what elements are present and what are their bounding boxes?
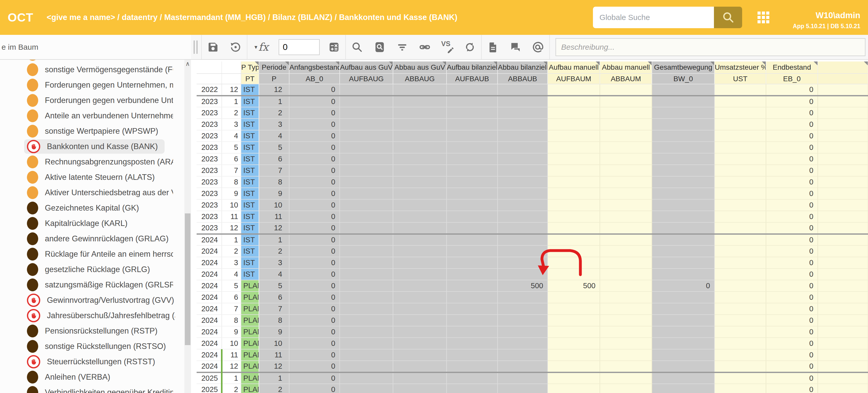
grid-cell-abbaug[interactable]	[393, 96, 446, 107]
grid-cell-ust[interactable]	[714, 84, 766, 96]
grid-cell-bw_0[interactable]	[652, 338, 714, 349]
grid-cell-ust[interactable]	[714, 199, 766, 211]
grid-cell-eb_0[interactable]: 0	[766, 338, 818, 349]
grid-cell-aufbaum[interactable]	[548, 338, 600, 349]
ptype-cell[interactable]: PLAN	[241, 372, 259, 384]
grid-cell-abbaug[interactable]	[393, 234, 446, 245]
grid-cell-ust[interactable]	[714, 234, 766, 245]
grid-cell-eb_0[interactable]: 0	[766, 222, 818, 234]
grid-cell-abbaum[interactable]	[600, 107, 652, 119]
ptype-cell[interactable]: PLAN	[241, 326, 259, 338]
attachment-button[interactable]	[527, 35, 549, 59]
ptype-cell[interactable]: IST	[241, 96, 259, 107]
grid-cell-abbaug[interactable]	[393, 384, 446, 393]
grid-cell-aufbaub[interactable]	[446, 142, 498, 153]
row-header-year[interactable]: 2024	[197, 349, 222, 361]
grid-cell-aufbaum[interactable]	[548, 153, 600, 165]
column-code-header[interactable]: AUFBAUG	[340, 73, 393, 84]
grid-cell-aufbaum[interactable]	[548, 326, 600, 338]
grid-cell-aufbaum[interactable]: 500	[548, 280, 600, 292]
sidebar-scrollbar[interactable]: ∧	[184, 60, 191, 393]
column-code-header[interactable]: EB_0	[766, 73, 818, 84]
grid-cell-p[interactable]: 11	[259, 211, 289, 222]
grid-cell-eb_0[interactable]: 0	[766, 142, 818, 153]
grid-cell-abbaum[interactable]	[600, 119, 652, 130]
grid-cell-ab_0[interactable]: 0	[289, 96, 340, 107]
grid-cell-ust[interactable]	[714, 96, 766, 107]
grid-cell-abbaub[interactable]	[498, 372, 548, 384]
grid-cell-ust[interactable]	[714, 384, 766, 393]
column-code-header[interactable]: ABBAUG	[393, 73, 446, 84]
row-header-month[interactable]: 2	[222, 107, 241, 119]
grid-cell-empty[interactable]	[818, 234, 868, 245]
grid-cell-empty[interactable]	[818, 384, 868, 393]
grid-cell-empty[interactable]	[818, 176, 868, 188]
grid-cell-abbaug[interactable]	[393, 130, 446, 142]
grid-cell-eb_0[interactable]: 0	[766, 211, 818, 222]
grid-cell-abbaug[interactable]	[393, 315, 446, 326]
grid-cell-bw_0[interactable]	[652, 130, 714, 142]
grid-cell-abbaug[interactable]	[393, 199, 446, 211]
row-header-year[interactable]: 2024	[197, 361, 222, 372]
ptype-cell[interactable]: IST	[241, 245, 259, 257]
grid-cell-abbaum[interactable]	[600, 326, 652, 338]
ptype-cell[interactable]: PLAN	[241, 292, 259, 303]
grid-cell-empty[interactable]	[818, 119, 868, 130]
row-header-year[interactable]: 2025	[197, 384, 222, 393]
grid-cell-ust[interactable]	[714, 349, 766, 361]
grid-cell-abbaug[interactable]	[393, 107, 446, 119]
grid-cell-eb_0[interactable]: 0	[766, 372, 818, 384]
grid-cell-eb_0[interactable]: 0	[766, 245, 818, 257]
grid-cell-empty[interactable]	[818, 372, 868, 384]
row-header-year[interactable]: 2023	[197, 165, 222, 176]
row-header-month[interactable]: 12	[222, 84, 241, 96]
grid-cell-p[interactable]: 7	[259, 165, 289, 176]
grid-cell-bw_0[interactable]	[652, 361, 714, 372]
row-header-year[interactable]: 2024	[197, 315, 222, 326]
scroll-up-icon[interactable]: ∧	[184, 60, 191, 69]
column-code-header[interactable]: PT	[241, 73, 259, 84]
grid-cell-empty[interactable]	[818, 165, 868, 176]
grid-cell-ab_0[interactable]: 0	[289, 257, 340, 268]
grid-cell-abbaug[interactable]	[393, 211, 446, 222]
grid-cell-aufbaub[interactable]	[446, 303, 498, 315]
grid-cell-empty[interactable]	[818, 257, 868, 268]
grid-cell-ab_0[interactable]: 0	[289, 234, 340, 245]
grid-cell-p[interactable]: 2	[259, 245, 289, 257]
ptype-cell[interactable]: IST	[241, 257, 259, 268]
grid-cell-bw_0[interactable]	[652, 153, 714, 165]
grid-cell-aufbaub[interactable]	[446, 292, 498, 303]
ptype-cell[interactable]: IST	[241, 268, 259, 280]
grid-cell-abbaum[interactable]	[600, 199, 652, 211]
row-header-month[interactable]: 5	[222, 280, 241, 292]
row-header-year[interactable]: 2023	[197, 188, 222, 199]
grid-cell-aufbaub[interactable]	[446, 165, 498, 176]
grid-cell-aufbaum[interactable]	[548, 245, 600, 257]
grid-cell-abbaum[interactable]	[600, 268, 652, 280]
grid-cell-abbaub[interactable]	[498, 211, 548, 222]
grid-cell-bw_0[interactable]	[652, 199, 714, 211]
grid-cell-ust[interactable]	[714, 107, 766, 119]
grid-cell-abbaug[interactable]	[393, 303, 446, 315]
row-header-month[interactable]: 3	[222, 257, 241, 268]
grid-cell-abbaub[interactable]	[498, 384, 548, 393]
grid-cell-bw_0[interactable]: 0	[652, 280, 714, 292]
sidebar-item[interactable]: Verbindlichkeiten gegenüber Kreditinstit…	[24, 385, 191, 393]
ptype-cell[interactable]: IST	[241, 222, 259, 234]
grid-cell-aufbaug[interactable]	[340, 119, 393, 130]
grid-cell-abbaug[interactable]	[393, 349, 446, 361]
grid-cell-ust[interactable]	[714, 315, 766, 326]
grid-cell-aufbaug[interactable]	[340, 176, 393, 188]
grid-cell-abbaum[interactable]	[600, 211, 652, 222]
grid-cell-aufbaum[interactable]	[548, 107, 600, 119]
grid-cell-aufbaum[interactable]	[548, 176, 600, 188]
grid-cell-ust[interactable]	[714, 268, 766, 280]
sidebar-item[interactable]: Kapitalrücklage (KARL)	[24, 216, 191, 231]
grid-cell-p[interactable]: 3	[259, 257, 289, 268]
grid-cell-aufbaum[interactable]	[548, 199, 600, 211]
save-button[interactable]	[202, 35, 224, 59]
grid-cell-ab_0[interactable]: 0	[289, 119, 340, 130]
row-header-year[interactable]: 2022	[197, 84, 222, 96]
row-header-year[interactable]: 2024	[197, 280, 222, 292]
grid-cell-empty[interactable]	[818, 268, 868, 280]
